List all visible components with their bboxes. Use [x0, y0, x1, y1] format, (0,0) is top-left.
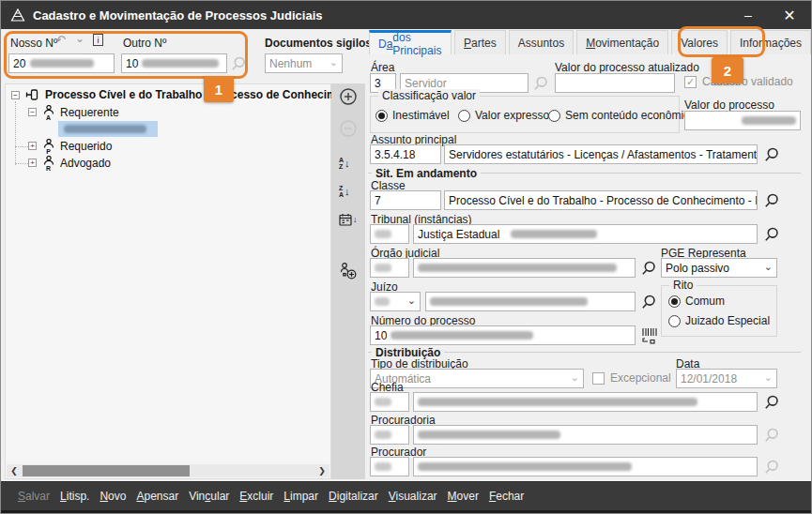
expand-icon[interactable]: +: [28, 159, 37, 167]
search-orgao-icon[interactable]: [640, 260, 657, 277]
add-node-icon[interactable]: [339, 87, 358, 106]
tree-item-label: Requerido: [60, 140, 112, 153]
chevron-down-icon: ⌄: [407, 296, 416, 304]
window-bottom-edge: [1, 510, 811, 513]
tribunal-desc-field: Justiça Estadual: [413, 224, 758, 244]
search-classe-icon[interactable]: [763, 192, 780, 209]
redacted-text: [418, 431, 560, 439]
remove-node-icon[interactable]: [339, 119, 358, 138]
tab-assuntos[interactable]: Assuntos: [509, 30, 574, 54]
footer-button-visualizar[interactable]: Visualizar: [389, 490, 437, 503]
redacted-text: [142, 59, 219, 68]
collapse-icon[interactable]: −: [11, 91, 20, 99]
search-process-icon[interactable]: [230, 55, 247, 72]
assunto-code-input[interactable]: 3.5.4.18: [370, 144, 441, 164]
chefia-code-input[interactable]: [370, 392, 409, 412]
tree-item-advogado[interactable]: +RAdvogado: [28, 156, 111, 170]
footer-button-salvar[interactable]: Salvar: [18, 490, 50, 503]
expand-icon[interactable]: +: [28, 142, 37, 150]
sort-by-date-icon[interactable]: ↓: [339, 213, 358, 226]
footer-button-digitalizar[interactable]: Digitalizar: [329, 490, 378, 503]
assunto-desc-field: Servidores estatutários - Licenças / Afa…: [444, 144, 758, 164]
tree-connector: [15, 163, 28, 164]
add-party-icon[interactable]: [339, 262, 358, 280]
tree-root-node[interactable]: − Processo Cível e do Trabalho - Process…: [11, 88, 360, 101]
valor-processo-input[interactable]: [684, 111, 801, 130]
tab-valores[interactable]: Valores: [671, 30, 728, 54]
tree-selected-item[interactable]: [58, 121, 158, 137]
outro-no-input[interactable]: 10: [121, 53, 227, 73]
horizontal-scrollbar[interactable]: ❮ ❯: [7, 464, 329, 477]
tribunal-code-input[interactable]: [370, 224, 409, 244]
radio-valor-expresso[interactable]: Valor expresso: [458, 109, 549, 122]
tree-connector: [15, 146, 28, 147]
tree-item-label: Advogado: [60, 157, 111, 170]
valor-atualizado-input[interactable]: [555, 73, 675, 93]
footer-button-excluir[interactable]: Excluir: [239, 490, 273, 503]
chevron-down-icon: ⌄: [329, 58, 338, 66]
tab-dados-principais[interactable]: Dados Principais: [369, 30, 452, 54]
chevron-down-icon: ⌄: [571, 373, 579, 381]
scrollbar-thumb[interactable]: [23, 465, 190, 476]
radio-inestimavel[interactable]: Inestimável: [375, 109, 450, 122]
scroll-right-arrow[interactable]: ❯: [314, 466, 329, 476]
tab-bar: Dados PrincipaisPartesAssuntosMovimentaç…: [369, 30, 811, 55]
tab-movimentacao[interactable]: Movimentação: [576, 30, 668, 54]
close-button[interactable]: ✕: [774, 1, 805, 29]
search-chefia-icon[interactable]: [763, 394, 780, 411]
radio-icon: [458, 110, 470, 122]
minimize-button[interactable]: –: [732, 1, 764, 29]
footer-button-limpar[interactable]: Limpar: [283, 490, 318, 503]
undo-icon[interactable]: ↶: [55, 33, 66, 47]
tree-item-requerido[interactable]: +PRequerido: [28, 139, 112, 153]
radio-sem-conteudo[interactable]: Sem conteúdo econômico: [548, 109, 696, 122]
orgao-code-input[interactable]: [370, 258, 409, 278]
search-procurador-icon[interactable]: [763, 459, 780, 476]
procuradoria-code-input[interactable]: [370, 425, 409, 445]
scroll-left-arrow[interactable]: ❮: [7, 466, 22, 476]
footer-button-mover[interactable]: Mover: [448, 490, 479, 503]
sort-za-icon[interactable]: ZA↓: [339, 185, 350, 198]
title-bar: Cadastro e Movimentação de Processos Jud…: [1, 1, 811, 29]
footer-button-litisp[interactable]: Litisp.: [60, 490, 89, 503]
person-icon: R: [42, 156, 54, 170]
note-info-icon[interactable]: i: [93, 34, 103, 46]
search-assunto-icon[interactable]: [763, 146, 780, 163]
procurador-desc-field: [413, 457, 758, 476]
docs-sigilosos-select[interactable]: Nenhum⌄: [265, 53, 343, 73]
tab-partes[interactable]: Partes: [454, 30, 506, 54]
docs-sigilosos-label: Documentos sigilosos: [265, 37, 385, 50]
tree-item-requerente[interactable]: −ARequerente: [28, 105, 119, 119]
footer-button-fechar[interactable]: Fechar: [489, 490, 524, 503]
search-procuradoria-icon[interactable]: [763, 427, 780, 444]
person-icon: P: [42, 139, 54, 153]
barcode-scan-icon[interactable]: [640, 326, 659, 345]
footer-button-apensar[interactable]: Apensar: [136, 490, 178, 503]
pge-representa-select[interactable]: Polo passivo⌄: [661, 258, 777, 278]
redacted-text: [418, 462, 632, 471]
numero-processo-input[interactable]: 10: [370, 325, 636, 345]
classe-code-input[interactable]: 7: [370, 190, 441, 210]
nosso-no-input[interactable]: 20: [8, 53, 115, 73]
juizo-desc-field: [425, 292, 636, 311]
chevron-down-icon: ⌄: [764, 263, 773, 270]
radio-comum[interactable]: Comum: [668, 295, 725, 308]
data-select[interactable]: 12/01/2018⌄: [676, 369, 777, 388]
annotation-badge-2: 2: [712, 57, 743, 83]
orgao-desc-field: [413, 258, 636, 278]
footer-button-novo[interactable]: Novo: [100, 490, 126, 503]
collapse-icon[interactable]: −: [28, 108, 37, 116]
chevron-down-icon[interactable]: ⌄: [75, 32, 84, 45]
checkbox-checked-icon: ✓: [684, 76, 697, 88]
procurador-code-input[interactable]: [370, 457, 409, 476]
radio-juizado-especial[interactable]: Juizado Especial: [668, 314, 770, 327]
sort-az-icon[interactable]: AZ↓: [339, 157, 350, 170]
search-tribunal-icon[interactable]: [763, 226, 780, 243]
search-juizo-icon[interactable]: [640, 294, 657, 310]
outro-no-label: Outro Nº: [123, 37, 166, 50]
search-area-icon[interactable]: [532, 75, 549, 92]
excepcional-checkbox[interactable]: Excepcional: [592, 371, 671, 385]
footer-button-vincular[interactable]: Vincular: [189, 490, 229, 503]
juizo-code-select[interactable]: ⌄: [370, 292, 421, 311]
tab-informacoes[interactable]: Informações: [730, 30, 811, 54]
